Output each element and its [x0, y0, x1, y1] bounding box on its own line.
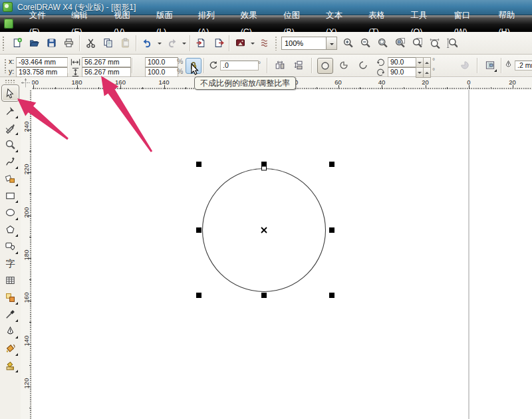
export-button[interactable]	[209, 35, 227, 52]
ruler-label: 200	[23, 206, 30, 219]
end-angle-field[interactable]: 90.0	[388, 67, 418, 77]
end-angle-spinner[interactable]	[416, 67, 431, 78]
object-width-field[interactable]: 56.267 mm	[82, 57, 131, 67]
rectangle-tool[interactable]	[2, 188, 19, 204]
import-button[interactable]	[192, 35, 209, 52]
scale-horizontal-field[interactable]: 100.0	[145, 57, 178, 67]
eyedropper-tool[interactable]	[2, 307, 19, 323]
outline-pen-tool[interactable]	[2, 323, 19, 339]
zoom-all-objects-button[interactable]	[391, 35, 408, 52]
selection-center-mark[interactable]	[261, 227, 267, 233]
cut-button[interactable]	[82, 35, 99, 52]
property-bar-fields: x: -93.464 mm y: 193.758 mm 56.267 mm 56…	[0, 55, 532, 76]
selection-handles[interactable]	[196, 162, 334, 298]
start-angle-field[interactable]: 90.0	[388, 57, 418, 67]
ruler-tick	[29, 408, 31, 408]
ruler-tick	[164, 85, 165, 89]
toolbar-grip[interactable]	[2, 36, 5, 51]
ruler-tick	[29, 322, 31, 323]
scale-vertical-field[interactable]: 100.0	[145, 67, 178, 77]
redo-button[interactable]	[163, 35, 180, 52]
change-direction-button[interactable]	[458, 58, 472, 72]
outline-width-field[interactable]: .2 mm	[515, 61, 532, 70]
pick-tool[interactable]	[1, 84, 19, 102]
zoom-tool[interactable]	[2, 137, 19, 153]
zoom-in-button[interactable]	[339, 35, 356, 52]
ruler-tick	[29, 279, 31, 280]
nonproportional-scaling-lock-button[interactable]	[186, 58, 201, 74]
zoom-level-value[interactable]: 100%	[281, 37, 327, 50]
new-document-button[interactable]	[8, 35, 25, 52]
ruler-origin[interactable]	[21, 78, 33, 90]
outline-width-icon	[503, 60, 514, 70]
ruler-tick	[120, 85, 121, 89]
ruler-tick	[404, 87, 404, 89]
menu-bar: 文件(F)编辑(E)视图(V)版面(L)排列(A)效果(C)位图(B)文本(X)…	[0, 15, 532, 32]
ruler-label: 120	[23, 376, 30, 390]
undo-dropdown[interactable]	[156, 35, 163, 52]
smart-fill-tool[interactable]	[2, 171, 19, 187]
vertical-ruler[interactable]: 240220200180160140120	[21, 90, 33, 419]
x-label: x:	[9, 57, 14, 67]
y-position-field[interactable]: 193.758 mm	[16, 67, 68, 77]
ruler-tick	[27, 172, 31, 173]
ruler-tick	[382, 85, 382, 89]
tooltip: 不成比例的缩放/调整比率	[194, 76, 296, 90]
ruler-tick	[77, 85, 78, 89]
undo-button[interactable]	[138, 35, 156, 52]
ruler-tick	[33, 85, 34, 89]
object-height-field[interactable]: 56.267 mm	[82, 67, 131, 77]
ellipse-top-node[interactable]	[262, 166, 267, 170]
application-launcher-button[interactable]	[231, 35, 249, 52]
paste-button[interactable]	[116, 35, 134, 52]
ruler-tick	[491, 87, 491, 89]
zoom-selected-button[interactable]	[374, 35, 391, 52]
ruler-tick	[360, 87, 360, 89]
zoom-page-button[interactable]	[408, 35, 426, 52]
start-angle-spinner[interactable]	[416, 57, 431, 68]
redo-dropdown[interactable]	[180, 35, 188, 52]
zoom-level-dropdown-icon[interactable]	[327, 37, 337, 50]
spin-up-icon[interactable]	[423, 67, 431, 78]
zoom-page-width-button[interactable]	[426, 35, 443, 52]
y-label: y:	[9, 67, 14, 76]
object-width-icon	[70, 57, 81, 67]
corel-graphics-button[interactable]	[256, 35, 273, 52]
zoom-levels-combo[interactable]: 100%	[281, 37, 337, 50]
application-launcher-dropdown[interactable]	[249, 35, 256, 52]
spin-up-icon[interactable]	[423, 57, 431, 68]
polygon-tool[interactable]	[2, 221, 19, 237]
separator	[203, 58, 204, 73]
open-button[interactable]	[25, 35, 43, 52]
toolbox-grip[interactable]	[5, 79, 16, 83]
basic-shapes-tool[interactable]	[2, 239, 19, 255]
rotation-angle-field[interactable]: .0	[220, 61, 259, 70]
copy-button[interactable]	[99, 35, 116, 52]
table-tool[interactable]	[2, 273, 19, 289]
ruler-tick	[469, 85, 469, 89]
freehand-tool[interactable]	[2, 154, 19, 170]
crop-tool[interactable]	[2, 120, 19, 136]
save-button[interactable]	[43, 35, 60, 52]
ruler-label: 240	[23, 120, 30, 134]
ruler-tick	[338, 85, 339, 89]
drawing-canvas[interactable]	[32, 90, 532, 419]
shape-tool[interactable]	[2, 103, 19, 119]
print-button[interactable]	[60, 35, 77, 52]
ruler-tick	[426, 85, 426, 89]
interactive-fill-tool[interactable]	[2, 357, 19, 373]
arc-mode-button[interactable]	[356, 58, 370, 72]
zoom-out-button[interactable]	[356, 35, 374, 52]
ruler-tick	[513, 85, 513, 89]
text-tool[interactable]: 字	[2, 255, 19, 271]
zoom-page-height-button[interactable]	[443, 35, 460, 52]
pie-mode-button[interactable]	[336, 58, 351, 72]
fill-tool[interactable]	[2, 341, 19, 356]
blend-tool[interactable]	[2, 289, 19, 305]
x-position-field[interactable]: -93.464 mm	[16, 57, 68, 67]
mirror-horizontal-button[interactable]	[273, 58, 287, 72]
ellipse-mode-button[interactable]	[317, 58, 333, 74]
wrap-paragraph-text-button[interactable]	[483, 58, 497, 72]
mirror-vertical-button[interactable]	[291, 58, 306, 72]
ellipse-tool[interactable]	[2, 205, 19, 221]
